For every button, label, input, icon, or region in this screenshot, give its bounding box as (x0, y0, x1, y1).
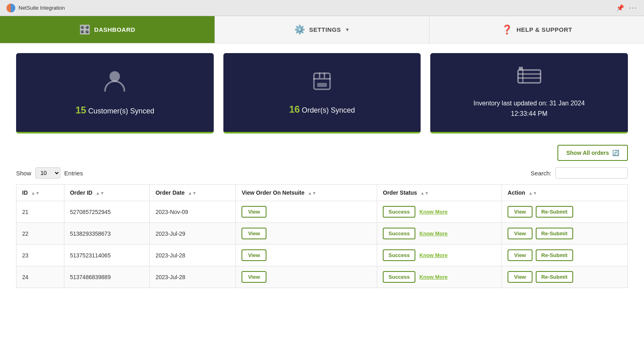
customer-icon (103, 69, 126, 98)
cell-order-date: 2023-Jul-28 (150, 266, 236, 288)
pin-icon[interactable]: 📌 (616, 4, 624, 12)
table-row: 22 5138293358673 2023-Jul-29 View Succes… (17, 223, 628, 245)
col-order-date[interactable]: Order Date ▲▼ (150, 185, 236, 201)
order-status-sort-icon: ▲▼ (420, 191, 429, 195)
main-nav: 🎛️ DASHBOARD ⚙️ SETTINGS ▼ ❓ HELP & SUPP… (0, 16, 644, 43)
app-title: NetSuite Integration (19, 5, 65, 11)
nav-settings[interactable]: ⚙️ SETTINGS ▼ (215, 16, 430, 43)
cell-view-order: View (236, 201, 377, 223)
customers-number: 15 (75, 105, 86, 115)
cell-order-id: 5137523114065 (64, 245, 150, 266)
action-view-button[interactable]: View (508, 271, 532, 283)
inventory-text: Inventory last updated on: 31 Jan 2024 1… (473, 98, 585, 119)
table-controls: Show 10 25 50 100 Entries Search: (16, 167, 628, 179)
cell-view-order: View (236, 223, 377, 245)
show-all-orders-button[interactable]: Show All orders 🔄 (557, 145, 628, 161)
refresh-icon: 🔄 (612, 150, 619, 156)
inventory-icon (517, 66, 541, 92)
status-success-button[interactable]: Success (383, 249, 415, 261)
know-more-button[interactable]: Know More (419, 230, 448, 237)
customers-label: Customer(s) Synced (88, 107, 154, 115)
show-all-label: Show All orders (566, 150, 609, 156)
inventory-line1: Inventory last updated on: 31 Jan 2024 (473, 98, 585, 109)
action-view-button[interactable]: View (508, 206, 532, 218)
orders-label: Order(s) Synced (302, 106, 355, 114)
top-bar: NetSuite Integration 📌 ··· (0, 0, 644, 16)
resubmit-button[interactable]: Re-Submit (536, 206, 573, 218)
orders-card: 16 Order(s) Synced (223, 53, 421, 134)
resubmit-button[interactable]: Re-Submit (536, 249, 573, 261)
top-bar-left: NetSuite Integration (6, 4, 65, 12)
col-order-status[interactable]: Order Status ▲▼ (377, 185, 502, 201)
table-row: 21 5270857252945 2023-Nov-09 View Succes… (17, 201, 628, 223)
view-order-button[interactable]: View (242, 228, 266, 239)
cell-id: 22 (17, 223, 64, 245)
table-row: 23 5137523114065 2023-Jul-28 View Succes… (17, 245, 628, 266)
id-sort-icon: ▲▼ (31, 191, 40, 195)
more-options-icon[interactable]: ··· (629, 4, 638, 12)
inventory-card: Inventory last updated on: 31 Jan 2024 1… (430, 53, 628, 134)
cell-order-status: Success Know More (377, 266, 502, 288)
cell-view-order: View (236, 266, 377, 288)
help-icon: ❓ (502, 25, 513, 35)
col-order-id[interactable]: Order ID ▲▼ (64, 185, 150, 201)
table-header-row: ID ▲▼ Order ID ▲▼ Order Date ▲▼ View Ord… (17, 185, 628, 201)
cell-order-date: 2023-Jul-28 (150, 245, 236, 266)
inventory-line2: 12:33:44 PM (473, 109, 585, 119)
view-order-sort-icon: ▲▼ (308, 191, 316, 195)
search-input[interactable] (555, 167, 628, 179)
resubmit-button[interactable]: Re-Submit (536, 271, 573, 283)
know-more-button[interactable]: Know More (419, 252, 448, 258)
customers-count-text: 15 Customer(s) Synced (75, 105, 154, 116)
orders-number: 16 (289, 104, 300, 115)
settings-dropdown-icon: ▼ (345, 27, 350, 33)
know-more-button[interactable]: Know More (419, 209, 448, 215)
top-bar-right: 📌 ··· (616, 4, 638, 12)
show-label: Show (16, 170, 31, 177)
customers-card: 15 Customer(s) Synced (16, 53, 214, 134)
svg-point-0 (109, 71, 120, 82)
resubmit-button[interactable]: Re-Submit (536, 228, 573, 239)
nav-help[interactable]: ❓ HELP & SUPPORT (429, 16, 644, 43)
orders-table: ID ▲▼ Order ID ▲▼ Order Date ▲▼ View Ord… (16, 184, 628, 288)
cell-order-date: 2023-Nov-09 (150, 201, 236, 223)
svg-rect-3 (518, 70, 541, 83)
dashboard-cards: 15 Customer(s) Synced 16 Order(s) Synced (16, 53, 628, 134)
entries-label: Entries (64, 170, 83, 177)
svg-rect-2 (317, 83, 327, 87)
cell-id: 24 (17, 266, 64, 288)
order-id-sort-icon: ▲▼ (96, 191, 105, 195)
status-success-button[interactable]: Success (383, 271, 415, 283)
view-order-button[interactable]: View (242, 249, 266, 261)
orders-header: Show All orders 🔄 (16, 145, 628, 161)
cell-view-order: View (236, 245, 377, 266)
orders-icon (311, 70, 333, 97)
know-more-button[interactable]: Know More (419, 274, 448, 280)
col-action[interactable]: Action ▲▼ (502, 185, 628, 201)
cell-action: View Re-Submit (502, 201, 628, 223)
cell-id: 21 (17, 201, 64, 223)
entries-control: Show 10 25 50 100 Entries (16, 167, 83, 179)
search-label: Search: (530, 170, 551, 177)
cell-action: View Re-Submit (502, 266, 628, 288)
status-success-button[interactable]: Success (383, 206, 415, 218)
cell-action: View Re-Submit (502, 245, 628, 266)
action-view-button[interactable]: View (508, 228, 532, 239)
cell-order-status: Success Know More (377, 245, 502, 266)
cell-order-id: 5137486839889 (64, 266, 150, 288)
nav-dashboard[interactable]: 🎛️ DASHBOARD (0, 16, 215, 43)
table-row: 24 5137486839889 2023-Jul-28 View Succes… (17, 266, 628, 288)
settings-icon: ⚙️ (294, 25, 305, 35)
col-id[interactable]: ID ▲▼ (17, 185, 64, 201)
view-order-button[interactable]: View (242, 271, 266, 283)
svg-marker-7 (519, 67, 523, 70)
status-success-button[interactable]: Success (383, 228, 415, 239)
action-view-button[interactable]: View (508, 249, 532, 261)
orders-count-text: 16 Order(s) Synced (289, 104, 355, 115)
nav-help-label: HELP & SUPPORT (516, 26, 572, 33)
cell-order-date: 2023-Jul-29 (150, 223, 236, 245)
view-order-button[interactable]: View (242, 206, 266, 218)
entries-select[interactable]: 10 25 50 100 (35, 167, 60, 179)
col-view-order[interactable]: View Order On Netsuite ▲▼ (236, 185, 377, 201)
nav-dashboard-label: DASHBOARD (94, 26, 135, 33)
